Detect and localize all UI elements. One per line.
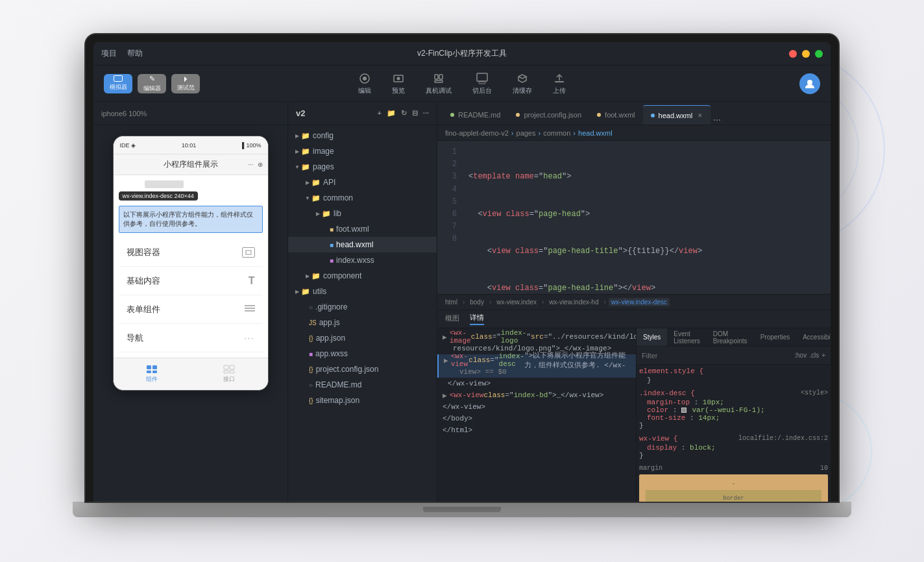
tab-readme[interactable]: README.md [443, 105, 508, 125]
code-editor[interactable]: 1 2 3 4 5 6 7 8 <template name="head"> [437, 141, 831, 294]
menu-item-view[interactable]: 视图容器 [119, 238, 263, 267]
tree-item-config[interactable]: ▶ 📁 config [288, 128, 437, 143]
action-debug[interactable]: 真机调试 [426, 72, 452, 95]
html-line-close-html: </html> [437, 424, 636, 436]
tree-item-foot-wxml[interactable]: ■ foot.wxml [288, 221, 437, 237]
tree-item-index-wxss[interactable]: ■ index.wxss [288, 252, 437, 268]
style-source-wxview[interactable]: localfile:/.index.css:2 [738, 435, 828, 442]
tab-more-button[interactable]: ⋯ [713, 116, 721, 125]
style-rule-close: } [639, 376, 828, 384]
html-line-desc[interactable]: ▶ <wx-view class =" index-desc ">以下将展示小程… [437, 354, 636, 366]
tree-item-pages[interactable]: ▼ 📁 pages [288, 159, 437, 175]
maximize-button[interactable] [815, 50, 823, 58]
tree-item-app-js[interactable]: JS app.js [288, 315, 437, 330]
expand-arrow-bd[interactable]: ▶ [443, 391, 447, 400]
style-prop-display: display : block; [639, 444, 828, 452]
tree-item-api[interactable]: ▶ 📁 API [288, 175, 437, 190]
tree-item-app-json[interactable]: {} app.json [288, 330, 437, 346]
tree-item-image[interactable]: ▶ 📁 image [288, 143, 437, 159]
tab-head-wxml[interactable]: head.wxml ✕ [643, 105, 711, 125]
elem-wx-view-index[interactable]: wx-view.index [494, 298, 539, 306]
tab-properties[interactable]: Properties [754, 328, 797, 346]
elem-wx-view-desc[interactable]: wx-view.index-desc [609, 298, 670, 306]
clear-icon [516, 72, 529, 85]
tree-item-utils[interactable]: ▶ 📁 utils [288, 284, 437, 299]
ide-window: 项目 帮助 v2-FinClip小程序开发工具 模 [93, 42, 831, 502]
upload-icon [553, 72, 566, 85]
elem-wx-view-hd[interactable]: wx-view.index-hd [546, 298, 601, 306]
file-icon-wxss: ■ [330, 257, 334, 264]
minimize-button[interactable] [802, 50, 810, 58]
style-prop-font-size: font-size : 14px; [639, 414, 828, 422]
html-line-close-wxview: </wx-view> [437, 401, 636, 413]
refresh-icon[interactable]: ↻ [401, 109, 407, 117]
tab-event-listeners[interactable]: Event Listeners [667, 328, 707, 346]
tab-styles[interactable]: Styles [637, 328, 667, 346]
style-source-desc[interactable]: <style> [801, 389, 828, 397]
style-prop-color: color : var(--weui-FG-1); [639, 406, 828, 414]
filter-input[interactable] [642, 352, 794, 360]
tree-item-lib[interactable]: ▶ 📁 lib [288, 206, 437, 221]
tree-item-gitignore[interactable]: ○ .gitignore [288, 299, 437, 315]
styles-panel: Styles Event Listeners DOM Breakpoints P… [636, 328, 831, 502]
html-source[interactable]: ▶ <wx-image class =" index-logo " src ="… [437, 328, 636, 502]
menu-item-project[interactable]: 项目 [101, 48, 117, 59]
tree-item-project-config[interactable]: {} project.config.json [288, 361, 437, 377]
action-clear[interactable]: 清缓存 [513, 72, 532, 95]
tree-item-component[interactable]: ▶ 📁 component [288, 268, 437, 284]
window-title: v2-FinClip小程序开发工具 [417, 48, 507, 59]
tree-item-readme[interactable]: ○ README.md [288, 377, 437, 393]
tree-item-common[interactable]: ▼ 📁 common [288, 190, 437, 206]
close-button[interactable] [789, 50, 797, 58]
nav-interface[interactable]: 接口 [191, 358, 268, 390]
action-edit[interactable]: 编辑 [358, 72, 371, 95]
tree-item-sitemap[interactable]: {} sitemap.json [288, 393, 437, 408]
tree-item-head-wxml[interactable]: ■ head.wxml [288, 237, 437, 252]
test-button[interactable]: ⏵ 测试范 [171, 74, 200, 93]
menu-icon-view [242, 247, 255, 258]
user-avatar[interactable] [799, 73, 820, 94]
toolbar: 模拟器 ✎ 编辑器 ⏵ 测试范 [93, 66, 831, 102]
code-content[interactable]: <template name="head"> <view class="page… [461, 141, 831, 294]
menu-item-form[interactable]: 表单组件 [119, 295, 263, 324]
folder-icon: 📁 [301, 163, 310, 171]
dots-icon[interactable]: ··· [423, 109, 429, 117]
bottom-tab-outline[interactable]: 概图 [445, 313, 459, 324]
tab-dom-breakpoints[interactable]: DOM Breakpoints [707, 328, 754, 346]
plus-tag[interactable]: + [821, 352, 825, 359]
html-line-image: ▶ <wx-image class =" index-logo " src ="… [437, 331, 636, 343]
elem-html[interactable]: html [443, 298, 460, 306]
cls-tag[interactable]: .cls [809, 352, 819, 359]
editor-button[interactable]: ✎ 编辑器 [138, 74, 166, 93]
folder-icon: 📁 [311, 178, 321, 187]
style-selector-wxview: wx-view { localfile:/.index.css:2 [639, 435, 828, 443]
elem-body[interactable]: body [467, 298, 487, 306]
file-icon-readme: ○ [309, 382, 313, 389]
tree-item-app-wxss[interactable]: ■ app.wxss [288, 346, 437, 361]
menu-item-basic[interactable]: 基础内容 T [119, 267, 263, 295]
style-rule-index-desc: .index-desc { <style> margin-top : 10px; [639, 389, 828, 430]
tab-project-config[interactable]: project.config.json [508, 105, 589, 125]
new-folder-icon[interactable]: 📁 [387, 109, 396, 117]
action-preview[interactable]: 预览 [392, 72, 405, 95]
menu-item-nav[interactable]: 导航 ··· [119, 324, 263, 352]
action-bg[interactable]: 切后台 [472, 72, 492, 95]
nav-component[interactable]: 组件 [114, 358, 191, 390]
tab-foot-wxml[interactable]: foot.wxml [589, 105, 642, 125]
expand-arrow[interactable]: ▶ [443, 333, 447, 341]
bottom-tab-details[interactable]: 详情 [470, 313, 484, 325]
new-file-icon[interactable]: + [377, 109, 381, 117]
svg-rect-5 [439, 75, 443, 79]
action-upload[interactable]: 上传 [553, 72, 566, 95]
menu-item-help[interactable]: 帮助 [127, 48, 143, 59]
html-line-close-view: </wx-view> [437, 378, 636, 389]
file-icon-js: JS [309, 319, 317, 326]
expand-arrow-desc[interactable]: ▶ [444, 356, 448, 365]
simulate-button[interactable]: 模拟器 [104, 74, 132, 93]
hover-tag[interactable]: :hov [794, 352, 807, 359]
collapse-icon[interactable]: ⊟ [412, 109, 418, 117]
tab-close-icon[interactable]: ✕ [698, 112, 703, 119]
laptop: 项目 帮助 v2-FinClip小程序开发工具 模 [73, 34, 851, 528]
style-selector-element: element.style { [639, 367, 828, 375]
tab-accessibility[interactable]: Accessibility [796, 328, 831, 346]
